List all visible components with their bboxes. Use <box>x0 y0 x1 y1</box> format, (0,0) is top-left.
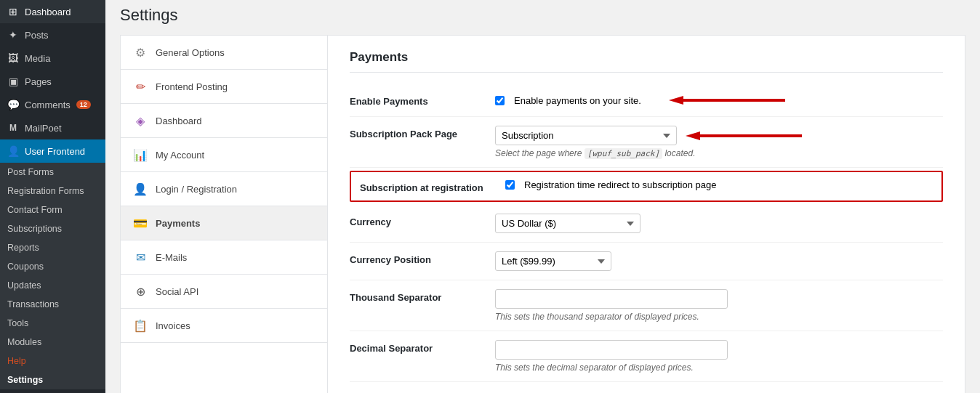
page-header: Settings <box>105 0 980 28</box>
page-title: Settings <box>120 6 965 25</box>
sidebar-item-label: Dashboard <box>25 7 71 17</box>
currency-row: Currency US Dollar ($) Euro (€) British … <box>350 205 943 243</box>
pages-icon: ▣ <box>7 76 19 87</box>
sidebar-item-contact-form[interactable]: Contact Form <box>0 200 105 219</box>
subnav-login-registration[interactable]: 👤 Login / Registration <box>121 172 327 206</box>
currency-field: US Dollar ($) Euro (€) British Pound (£) <box>495 214 943 233</box>
subnav-frontend-posting[interactable]: ✏ Frontend Posting <box>121 70 327 104</box>
main-area: Settings ⚙ General Options ✏ Frontend Po… <box>105 0 980 393</box>
currency-select[interactable]: US Dollar ($) Euro (€) British Pound (£) <box>495 214 640 233</box>
subnav-label: General Options <box>156 47 225 58</box>
enable-payments-row: Enable Payments Enable payments on your … <box>350 84 943 117</box>
enable-payments-arrow <box>669 93 785 108</box>
mailpoet-icon: M <box>7 122 19 134</box>
subnav-dashboard[interactable]: ◈ Dashboard <box>121 104 327 138</box>
subscription-pack-select[interactable]: Subscription Home About <box>495 126 677 145</box>
sidebar-item-subscriptions[interactable]: Subscriptions <box>0 219 105 238</box>
currency-position-select[interactable]: Left ($99.99) Right ($99.99) <box>495 251 611 271</box>
thousand-separator-label: Thousand Separator <box>350 289 495 303</box>
svg-marker-1 <box>669 96 683 105</box>
subnav-emails[interactable]: ✉ E-Mails <box>121 240 327 275</box>
decimal-separator-description: This sets the decimal separator of displ… <box>495 362 943 373</box>
svg-marker-3 <box>686 131 700 140</box>
subscription-pack-description: Select the page where [wpuf_sub_pack] lo… <box>495 148 943 158</box>
sidebar-item-media[interactable]: 🖼 Media <box>0 46 105 70</box>
currency-position-row: Currency Position Left ($99.99) Right ($… <box>350 243 943 280</box>
sidebar-item-mailpoet[interactable]: M MailPoet <box>0 116 105 139</box>
sidebar-item-help[interactable]: Help <box>0 352 105 370</box>
subscription-at-registration-checkbox-label[interactable]: Registration time redirect to subscripti… <box>524 179 716 190</box>
red-arrow-svg-2 <box>686 129 802 143</box>
subnav-social-api[interactable]: ⊕ Social API <box>121 275 327 309</box>
social-icon: ⊕ <box>132 283 148 299</box>
login-icon: 👤 <box>132 181 148 197</box>
subnav-label: My Account <box>156 150 204 161</box>
sidebar-item-user-frontend[interactable]: 👤 User Frontend <box>0 139 105 163</box>
invoices-icon: 📋 <box>132 317 148 333</box>
sidebar-item-posts[interactable]: ✦ Posts <box>0 23 105 46</box>
subnav-payments[interactable]: 💳 Payments <box>121 206 327 240</box>
account-icon: 📊 <box>132 147 148 163</box>
sidebar-item-registration-forms[interactable]: Registration Forms <box>0 182 105 200</box>
content-wrapper: ⚙ General Options ✏ Frontend Posting ◈ D… <box>105 28 980 393</box>
enable-payments-label: Enable Payments <box>350 93 495 107</box>
subscription-pack-label: Subscription Pack Page <box>350 126 495 139</box>
section-title: Payments <box>350 50 943 73</box>
comments-icon: 💬 <box>7 99 19 110</box>
subnav-label: Frontend Posting <box>156 81 228 92</box>
subnav-general-options[interactable]: ⚙ General Options <box>121 36 327 70</box>
subnav-label: Login / Registration <box>156 184 237 195</box>
sidebar: ⊞ Dashboard ✦ Posts 🖼 Media ▣ Pages 💬 Co… <box>0 0 105 393</box>
sidebar-item-transactions[interactable]: Transactions <box>0 295 105 314</box>
enable-payments-field: Enable payments on your site. <box>495 93 943 108</box>
user-frontend-icon: 👤 <box>7 145 19 157</box>
sidebar-item-label: Pages <box>25 76 52 87</box>
subscription-pack-page-row: Subscription Pack Page Subscription Home… <box>350 117 943 168</box>
dashboard-icon: ⊞ <box>7 6 19 17</box>
subscription-pack-field: Subscription Home About Select the <box>495 126 943 158</box>
subnav-invoices[interactable]: 📋 Invoices <box>121 309 327 343</box>
subnav-my-account[interactable]: 📊 My Account <box>121 138 327 172</box>
sidebar-item-pages[interactable]: ▣ Pages <box>0 70 105 93</box>
subscription-at-registration-label: Subscription at registration <box>360 179 505 193</box>
sidebar-item-label: Posts <box>25 30 49 41</box>
frontend-icon: ✏ <box>132 78 148 94</box>
sidebar-item-coupons[interactable]: Coupons <box>0 257 105 276</box>
enable-payments-checkbox-label[interactable]: Enable payments on your site. <box>514 95 641 106</box>
thousand-separator-description: This sets the thousand separator of disp… <box>495 312 943 322</box>
sidebar-item-updates[interactable]: Updates <box>0 276 105 295</box>
media-icon: 🖼 <box>7 52 19 64</box>
subscription-pack-arrow <box>686 129 802 143</box>
dashboard-subnav-icon: ◈ <box>132 113 148 129</box>
red-arrow-svg <box>669 93 785 108</box>
enable-payments-inline: Enable payments on your site. <box>495 93 943 108</box>
currency-label: Currency <box>350 214 495 227</box>
currency-position-field: Left ($99.99) Right ($99.99) <box>495 251 943 271</box>
subscription-at-registration-field: Registration time redirect to subscripti… <box>505 179 933 190</box>
sidebar-item-comments[interactable]: 💬 Comments 12 <box>0 93 105 116</box>
payments-icon: 💳 <box>132 215 148 231</box>
decimal-separator-field: . This sets the decimal separator of dis… <box>495 340 943 373</box>
subscription-at-registration-row: Subscription at registration Registratio… <box>350 171 943 202</box>
sidebar-item-modules[interactable]: Modules <box>0 333 105 352</box>
sidebar-item-tools[interactable]: Tools <box>0 314 105 333</box>
decimal-separator-input[interactable]: . <box>495 340 728 360</box>
posts-icon: ✦ <box>7 29 19 41</box>
emails-icon: ✉ <box>132 249 148 265</box>
sidebar-item-dashboard[interactable]: ⊞ Dashboard <box>0 0 105 23</box>
sidebar-item-label: MailPoet <box>25 123 62 134</box>
sidebar-item-reports[interactable]: Reports <box>0 238 105 257</box>
thousand-separator-field: , This sets the thousand separator of di… <box>495 289 943 322</box>
enable-payments-checkbox[interactable] <box>495 96 505 105</box>
thousand-separator-input[interactable]: , <box>495 289 728 309</box>
sidebar-item-label: Comments <box>25 100 71 110</box>
decimal-separator-row: Decimal Separator . This sets the decima… <box>350 331 943 382</box>
settings-content: Payments Enable Payments Enable payments… <box>327 35 965 393</box>
subnav-label: Invoices <box>156 320 190 331</box>
sidebar-item-label: Media <box>25 53 50 64</box>
sidebar-item-settings[interactable]: Settings <box>0 370 105 389</box>
subscription-at-registration-checkbox[interactable] <box>505 180 515 190</box>
sidebar-item-post-forms[interactable]: Post Forms <box>0 163 105 182</box>
thousand-separator-row: Thousand Separator , This sets the thous… <box>350 280 943 331</box>
currency-position-label: Currency Position <box>350 251 495 265</box>
